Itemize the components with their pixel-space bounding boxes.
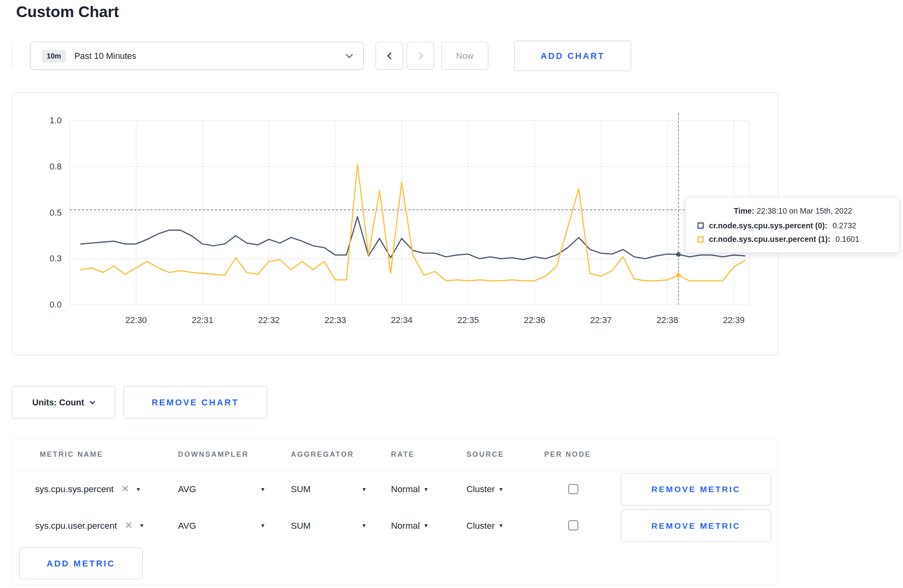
- x-axis-label: 22:33: [324, 315, 346, 325]
- custom-chart-page: Custom Chart 10m Past 10 Minutes Now ADD…: [0, 3, 903, 588]
- add-chart-button[interactable]: ADD CHART: [514, 41, 631, 71]
- metrics-table-header: METRIC NAMEDOWNSAMPLERAGGREGATORRATESOUR…: [12, 438, 778, 471]
- chart-tooltip: Time:22:38:10 on Mar 15th, 2022 cr.node.…: [685, 197, 899, 253]
- aggregator-select[interactable]: SUM▾: [291, 520, 366, 531]
- line-chart[interactable]: 0.00.30.50.81.022:3022:3122:3222:3322:34…: [12, 93, 779, 356]
- x-axis-label: 22:34: [391, 315, 412, 325]
- metric-name-value: sys.cpu.user.percent: [35, 520, 117, 531]
- tooltip-time-value: 22:38:10 on Mar 15th, 2022: [757, 207, 852, 216]
- column-header-downsampler: DOWNSAMPLER: [178, 450, 291, 458]
- downsampler-select[interactable]: AVG▾: [178, 520, 264, 531]
- tooltip-series-value: 0.2732: [833, 221, 856, 230]
- time-range-label: Past 10 Minutes: [74, 51, 137, 61]
- metric-row: sys.cpu.sys.percent✕▾AVG▾SUM▾Normal▾Clus…: [12, 471, 778, 507]
- tooltip-series-row: cr.node.sys.cpu.user.percent (1):0.1601: [698, 235, 889, 244]
- add-metric-button[interactable]: ADD METRIC: [19, 547, 143, 579]
- page-title: Custom Chart: [16, 3, 903, 21]
- downsampler-select[interactable]: AVG▾: [178, 484, 264, 494]
- rate-value: Normal: [391, 520, 420, 531]
- per-node-checkbox[interactable]: [569, 520, 579, 530]
- x-axis-label: 22:39: [723, 315, 745, 325]
- aggregator-value: SUM: [291, 484, 311, 494]
- remove-metric-button[interactable]: REMOVE METRIC: [621, 473, 771, 505]
- metrics-table: METRIC NAMEDOWNSAMPLERAGGREGATORRATESOUR…: [12, 438, 779, 585]
- y-axis-label: 0.3: [50, 253, 62, 263]
- tooltip-time-label: Time:: [734, 207, 754, 216]
- tooltip-series-label: cr.node.sys.cpu.user.percent (1):: [709, 235, 831, 244]
- downsampler-value: AVG: [178, 484, 196, 494]
- x-axis-label: 22:38: [657, 315, 678, 325]
- chevron-left-icon: [387, 52, 394, 59]
- metric-name-select[interactable]: sys.cpu.user.percent✕▾: [35, 520, 178, 531]
- column-header-per-node: PER NODE: [544, 450, 621, 458]
- y-axis-label: 0.0: [50, 300, 62, 310]
- downsampler-value: AVG: [178, 520, 196, 531]
- dropdown-arrow-icon: ▾: [137, 485, 140, 493]
- source-select[interactable]: Cluster▾: [467, 484, 544, 494]
- y-axis-label: 1.0: [50, 115, 62, 125]
- chart-card: 0.00.30.50.81.022:3022:3122:3222:3322:34…: [12, 92, 779, 355]
- aggregator-value: SUM: [291, 520, 311, 531]
- x-axis-label: 22:35: [457, 315, 479, 325]
- metric-name-select[interactable]: sys.cpu.sys.percent✕▾: [35, 484, 178, 494]
- x-axis-label: 22:31: [192, 315, 213, 325]
- series-swatch-icon: [698, 236, 704, 243]
- source-select[interactable]: Cluster▾: [467, 520, 544, 531]
- remove-metric-button[interactable]: REMOVE METRIC: [621, 509, 771, 541]
- hover-point: [676, 252, 681, 257]
- rate-select[interactable]: Normal▾: [391, 484, 466, 494]
- dropdown-arrow-icon: ▾: [261, 522, 264, 529]
- remove-chart-button[interactable]: REMOVE CHART: [123, 386, 268, 419]
- column-header-metric-name: METRIC NAME: [12, 450, 178, 458]
- tooltip-time: Time:22:38:10 on Mar 15th, 2022: [698, 207, 889, 216]
- chart-toolbar: 10m Past 10 Minutes Now ADD CHART: [12, 41, 903, 71]
- time-range-badge: 10m: [42, 49, 66, 62]
- aggregator-select[interactable]: SUM▾: [291, 484, 366, 494]
- toolbar-divider: [12, 42, 12, 70]
- now-button[interactable]: Now: [441, 42, 489, 70]
- x-axis-label: 22:32: [258, 315, 280, 325]
- units-dropdown[interactable]: Units: Count: [12, 386, 115, 419]
- series-swatch-icon: [698, 222, 704, 229]
- y-axis-label: 0.5: [50, 208, 62, 218]
- dropdown-arrow-icon: ▾: [499, 485, 502, 493]
- dropdown-arrow-icon: ▾: [424, 522, 428, 529]
- per-node-checkbox[interactable]: [569, 484, 579, 494]
- tooltip-series-label: cr.node.sys.cpu.sys.percent (0):: [709, 221, 827, 230]
- dropdown-arrow-icon: ▾: [140, 522, 143, 529]
- source-value: Cluster: [467, 484, 495, 494]
- column-header-source: SOURCE: [467, 450, 544, 458]
- y-axis-label: 0.8: [50, 162, 62, 171]
- time-back-button[interactable]: [375, 42, 403, 70]
- dropdown-arrow-icon: ▾: [362, 522, 366, 529]
- clear-icon[interactable]: ✕: [121, 484, 129, 494]
- tooltip-series-row: cr.node.sys.cpu.sys.percent (0):0.2732: [698, 221, 889, 230]
- chart-footer-controls: Units: Count REMOVE CHART: [12, 386, 903, 419]
- dropdown-arrow-icon: ▾: [362, 485, 366, 493]
- rate-value: Normal: [391, 484, 420, 494]
- dropdown-arrow-icon: ▾: [261, 485, 264, 493]
- chevron-right-icon: [416, 52, 423, 59]
- metric-name-value: sys.cpu.sys.percent: [35, 484, 113, 494]
- x-axis-label: 22:37: [590, 315, 612, 325]
- hover-point: [676, 273, 681, 278]
- rate-select[interactable]: Normal▾: [391, 520, 466, 531]
- column-header-aggregator: AGGREGATOR: [291, 450, 391, 458]
- tooltip-series-value: 0.1601: [836, 235, 860, 244]
- source-value: Cluster: [467, 520, 495, 531]
- chart-section: 0.00.30.50.81.022:3022:3122:3222:3322:34…: [0, 92, 903, 355]
- time-range-dropdown[interactable]: 10m Past 10 Minutes: [30, 42, 364, 70]
- x-axis-label: 22:30: [125, 315, 147, 325]
- chevron-down-icon: [90, 399, 95, 404]
- series-line: [81, 165, 745, 281]
- units-label: Units: Count: [32, 397, 84, 407]
- x-axis-label: 22:36: [524, 315, 545, 325]
- column-header-rate: RATE: [391, 450, 466, 458]
- chevron-down-icon: [346, 51, 353, 58]
- clear-icon[interactable]: ✕: [125, 520, 133, 530]
- dropdown-arrow-icon: ▾: [499, 522, 502, 529]
- time-forward-button[interactable]: [407, 42, 434, 70]
- dropdown-arrow-icon: ▾: [424, 485, 428, 493]
- metric-row: sys.cpu.user.percent✕▾AVG▾SUM▾Normal▾Clu…: [12, 507, 778, 543]
